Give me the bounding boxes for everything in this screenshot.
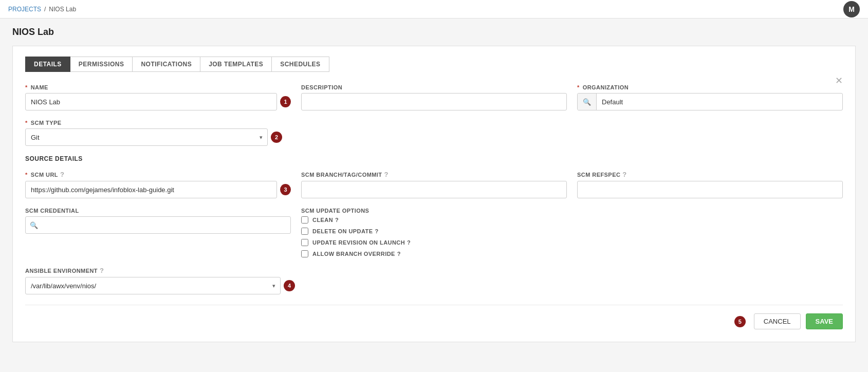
ansible-env-field-col: ANSIBLE ENVIRONMENT ? /var/lib/awx/venv/… — [25, 267, 295, 294]
close-icon: ✕ — [835, 76, 843, 86]
scm-credential-field-col: SCM CREDENTIAL 🔍 — [25, 208, 291, 257]
scm-update-options-label: SCM UPDATE OPTIONS — [301, 208, 567, 214]
step-badge-5: 5 — [734, 316, 746, 327]
delete-on-update-option-row: DELETE ON UPDATE ? — [301, 228, 567, 235]
step-badge-3: 3 — [280, 184, 291, 195]
clean-checkbox[interactable] — [301, 216, 308, 224]
scm-branch-help-icon[interactable]: ? — [384, 171, 389, 178]
scm-url-input[interactable] — [25, 181, 277, 198]
update-revision-option-row: UPDATE REVISION ON LAUNCH ? — [301, 239, 567, 246]
allow-branch-override-checkbox[interactable] — [301, 250, 308, 257]
ansible-env-label: ANSIBLE ENVIRONMENT ? — [25, 267, 295, 274]
scm-credential-input[interactable] — [41, 221, 286, 229]
source-details-title: SOURCE DETAILS — [25, 155, 843, 162]
scm-refspec-field-col: SCM REFSPEC ? — [577, 171, 843, 198]
footer-actions: 5 CANCEL SAVE — [25, 305, 843, 329]
update-revision-help-icon[interactable]: ? — [407, 239, 411, 246]
name-label: * NAME — [25, 84, 291, 90]
step-badge-4: 4 — [284, 280, 295, 291]
scm-update-options-col: SCM UPDATE OPTIONS CLEAN ? DELETE ON UPD… — [301, 208, 567, 257]
organization-search-button[interactable]: 🔍 — [578, 94, 597, 110]
delete-on-update-label: DELETE ON UPDATE ? — [312, 228, 379, 234]
description-input[interactable] — [301, 93, 567, 110]
delete-on-update-help-icon[interactable]: ? — [375, 228, 378, 234]
tab-permissions[interactable]: PERMISSIONS — [70, 57, 133, 72]
breadcrumb-current: NIOS Lab — [49, 6, 76, 13]
clean-label: CLEAN ? — [312, 217, 339, 223]
step-badge-2: 2 — [271, 132, 282, 143]
name-required: * — [25, 84, 28, 90]
scm-refspec-label: SCM REFSPEC ? — [577, 171, 843, 178]
breadcrumb-projects[interactable]: PROJECTS — [8, 6, 41, 13]
scm-type-field-col: * SCM TYPE Git Subversion Mercurial ▾ 2 — [25, 120, 282, 146]
search-icon: 🔍 — [583, 98, 591, 106]
organization-field-col: * ORGANIZATION 🔍 — [577, 84, 843, 110]
update-revision-label: UPDATE REVISION ON LAUNCH ? — [312, 239, 411, 246]
scm-url-label: * SCM URL ? — [25, 171, 291, 178]
scm-type-select[interactable]: Git Subversion Mercurial — [25, 128, 268, 146]
scm-refspec-input[interactable] — [577, 181, 843, 198]
clean-option-row: CLEAN ? — [301, 216, 567, 224]
step-badge-5-wrap: 5 — [734, 313, 749, 329]
scm-type-label: * SCM TYPE — [25, 120, 282, 126]
description-field-col: DESCRIPTION — [301, 84, 567, 110]
cancel-button[interactable]: CANCEL — [754, 313, 801, 329]
breadcrumb-separator: / — [44, 6, 46, 13]
delete-on-update-checkbox[interactable] — [301, 228, 308, 235]
organization-label: * ORGANIZATION — [577, 84, 843, 90]
ansible-env-select[interactable]: /var/lib/awx/venv/nios/ — [25, 277, 281, 294]
tab-bar: DETAILS PERMISSIONS NOTIFICATIONS JOB TE… — [25, 57, 843, 72]
page-title: NIOS Lab — [12, 27, 856, 38]
name-field-col: * NAME 1 — [25, 84, 291, 110]
allow-branch-override-help-icon[interactable]: ? — [397, 251, 401, 257]
save-button[interactable]: SAVE — [806, 313, 843, 329]
scm-branch-input[interactable] — [301, 181, 567, 198]
scm-credential-input-wrap: 🔍 — [25, 216, 291, 234]
tab-schedules[interactable]: SCHEDULES — [271, 57, 329, 72]
organization-input-wrap: 🔍 — [577, 93, 843, 110]
scm-credential-label: SCM CREDENTIAL — [25, 208, 291, 214]
organization-input[interactable] — [597, 98, 842, 106]
scm-refspec-help-icon[interactable]: ? — [622, 171, 626, 178]
scm-credential-search-icon: 🔍 — [30, 221, 38, 229]
scm-url-help-icon[interactable]: ? — [60, 171, 64, 178]
clean-help-icon[interactable]: ? — [335, 217, 339, 223]
allow-branch-override-label: ALLOW BRANCH OVERRIDE ? — [312, 251, 401, 257]
ansible-env-help-icon[interactable]: ? — [100, 267, 104, 274]
allow-branch-override-option-row: ALLOW BRANCH OVERRIDE ? — [301, 250, 567, 257]
scm-branch-field-col: SCM BRANCH/TAG/COMMIT ? — [301, 171, 567, 198]
breadcrumb: PROJECTS / NIOS Lab — [8, 6, 76, 13]
close-button[interactable]: ✕ — [835, 75, 843, 86]
update-revision-checkbox[interactable] — [301, 239, 308, 246]
scm-update-options: CLEAN ? DELETE ON UPDATE ? — [301, 216, 567, 257]
user-avatar[interactable]: M — [843, 1, 860, 17]
tab-job-templates[interactable]: JOB TEMPLATES — [200, 57, 272, 72]
step-badge-1: 1 — [280, 96, 291, 107]
scm-branch-label: SCM BRANCH/TAG/COMMIT ? — [301, 171, 567, 178]
name-input[interactable] — [25, 93, 277, 110]
tab-details[interactable]: DETAILS — [25, 57, 70, 72]
scm-url-field-col: * SCM URL ? 3 — [25, 171, 291, 198]
tab-notifications[interactable]: NOTIFICATIONS — [132, 57, 200, 72]
description-label: DESCRIPTION — [301, 84, 567, 90]
empty-col — [577, 208, 843, 257]
